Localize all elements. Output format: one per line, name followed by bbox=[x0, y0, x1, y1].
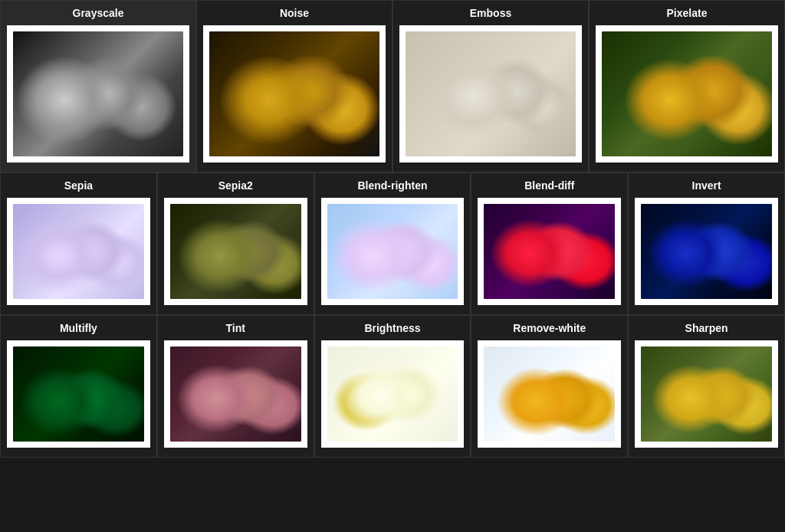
image-frame-remove-white bbox=[478, 340, 621, 448]
image-frame-sharpen bbox=[635, 340, 778, 448]
filter-cell-pixelate[interactable]: Pixelate bbox=[589, 0, 785, 172]
filter-cell-sepia[interactable]: Sepia bbox=[0, 172, 157, 315]
image-emboss bbox=[406, 31, 576, 156]
image-invert bbox=[641, 204, 772, 299]
image-frame-blend-diff bbox=[478, 198, 621, 305]
filter-cell-sepia2[interactable]: Sepia2 bbox=[157, 172, 314, 315]
filter-label-sharpen: Sharpen bbox=[685, 322, 728, 334]
image-frame-grayscale bbox=[7, 25, 189, 163]
filter-cell-grayscale[interactable]: Grayscale bbox=[0, 0, 196, 172]
filter-label-sepia2: Sepia2 bbox=[218, 179, 253, 192]
filter-label-multifly: Multifly bbox=[60, 322, 97, 334]
image-frame-invert bbox=[635, 198, 778, 305]
image-frame-sepia bbox=[7, 198, 150, 305]
filter-cell-blend-diff[interactable]: Blend-diff bbox=[471, 172, 628, 315]
image-frame-brightness bbox=[321, 340, 465, 448]
filter-cell-brightness[interactable]: Brightness bbox=[314, 315, 471, 458]
image-frame-multifly bbox=[7, 340, 150, 448]
filter-cell-invert[interactable]: Invert bbox=[628, 172, 785, 315]
image-sepia bbox=[13, 204, 144, 299]
filter-label-blend-righten: Blend-righten bbox=[357, 179, 427, 192]
image-blend-righten bbox=[327, 204, 458, 299]
image-grayscale bbox=[13, 31, 183, 156]
filter-label-noise: Noise bbox=[280, 7, 309, 19]
image-noise bbox=[209, 31, 379, 156]
filter-label-pixelate: Pixelate bbox=[667, 7, 708, 19]
filter-row-1: Grayscale Noise Emboss Pixelate bbox=[0, 0, 785, 172]
image-remove-white bbox=[484, 346, 615, 442]
image-sharpen bbox=[641, 346, 772, 442]
filter-row-2: Sepia Sepia2 Blend-righten Blend-diff In… bbox=[0, 172, 785, 315]
filter-cell-tint[interactable]: Tint bbox=[157, 315, 314, 458]
image-frame-noise bbox=[203, 25, 386, 163]
filter-label-emboss: Emboss bbox=[470, 7, 511, 19]
filter-label-sepia: Sepia bbox=[64, 179, 93, 192]
image-frame-tint bbox=[164, 340, 307, 448]
filter-label-brightness: Brightness bbox=[364, 322, 420, 334]
filter-label-invert: Invert bbox=[692, 179, 721, 192]
image-tint bbox=[170, 346, 301, 442]
filter-label-remove-white: Remove-white bbox=[513, 322, 586, 334]
image-pixelate bbox=[602, 31, 772, 156]
filter-label-blend-diff: Blend-diff bbox=[524, 179, 574, 192]
image-frame-emboss bbox=[399, 25, 582, 163]
filter-cell-remove-white[interactable]: Remove-white bbox=[471, 315, 628, 458]
filter-label-tint: Tint bbox=[225, 322, 245, 334]
filter-cell-blend-righten[interactable]: Blend-righten bbox=[314, 172, 471, 315]
image-sepia2 bbox=[170, 204, 301, 299]
image-brightness bbox=[327, 346, 458, 442]
image-frame-pixelate bbox=[596, 25, 778, 163]
filter-cell-noise[interactable]: Noise bbox=[196, 0, 392, 172]
filter-row-3: Multifly Tint Brightness Remove-white Sh… bbox=[0, 315, 785, 458]
filter-cell-emboss[interactable]: Emboss bbox=[392, 0, 589, 172]
filter-cell-sharpen[interactable]: Sharpen bbox=[628, 315, 785, 458]
filter-grid: Grayscale Noise Emboss Pixelate Se bbox=[0, 0, 785, 458]
filter-cell-multifly[interactable]: Multifly bbox=[0, 315, 157, 458]
image-frame-blend-righten bbox=[321, 198, 465, 305]
image-frame-sepia2 bbox=[164, 198, 307, 305]
image-blend-diff bbox=[484, 204, 615, 299]
filter-label-grayscale: Grayscale bbox=[73, 7, 124, 19]
image-multifly bbox=[13, 346, 144, 442]
